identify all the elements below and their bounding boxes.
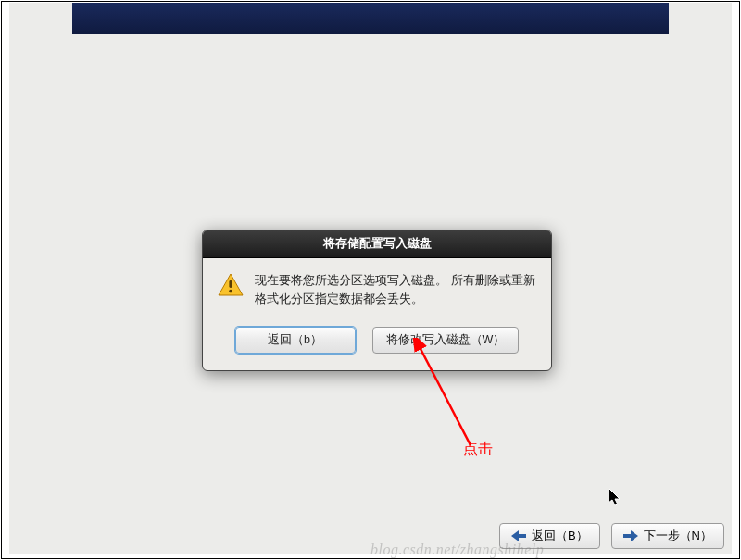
dialog-body: 现在要将您所选分区选项写入磁盘。 所有删除或重新格式化分区指定数据都会丢失。 bbox=[203, 258, 551, 312]
footer-nav: 返回（B） 下一步（N） bbox=[499, 523, 724, 549]
go-back-button[interactable]: 返回（b） bbox=[235, 327, 356, 354]
warning-icon bbox=[218, 273, 245, 308]
write-storage-dialog: 将存储配置写入磁盘 现在要将您所选分区选项写入磁盘。 所有删除或重新格式化分区指… bbox=[202, 230, 552, 371]
footer-back-button[interactable]: 返回（B） bbox=[499, 523, 600, 549]
arrow-right-icon bbox=[623, 530, 638, 541]
svg-rect-0 bbox=[229, 280, 232, 288]
annotation-label: 点击 bbox=[463, 440, 493, 459]
arrow-left-icon bbox=[511, 530, 526, 541]
dialog-message: 现在要将您所选分区选项写入磁盘。 所有删除或重新格式化分区指定数据都会丢失。 bbox=[255, 271, 536, 308]
svg-point-1 bbox=[229, 290, 232, 293]
dialog-title: 将存储配置写入磁盘 bbox=[203, 230, 551, 258]
footer-back-label: 返回（B） bbox=[532, 528, 588, 544]
footer-next-button[interactable]: 下一步（N） bbox=[611, 523, 724, 549]
header-banner bbox=[72, 3, 669, 34]
dialog-button-row: 返回（b） 将修改写入磁盘（W） bbox=[203, 312, 551, 370]
write-changes-button[interactable]: 将修改写入磁盘（W） bbox=[372, 327, 520, 354]
footer-next-label: 下一步（N） bbox=[644, 528, 712, 544]
